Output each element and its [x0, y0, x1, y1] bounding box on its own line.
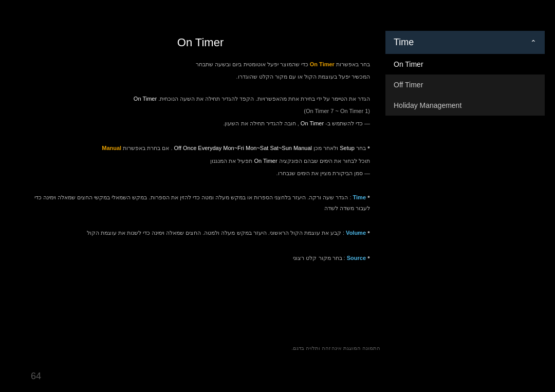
mark-text: סמן הביקורת מציין את הימים שנבחרו.	[276, 170, 363, 176]
source-text: : בחר מקור קלט רצוני	[293, 255, 345, 261]
on-timer-ref-3: On Timer	[301, 120, 324, 126]
main-content: On Timer בחר באפשרות On Timer כדי שהמוצר…	[31, 31, 370, 361]
intro-line: בחר באפשרות On Timer כדי שהמוצר יפעל אוט…	[31, 60, 370, 70]
time-bullet-line: • Time : הגדר שעה ורקה. היעזר בלחצני הספ…	[31, 191, 370, 214]
bullet-4: •	[367, 253, 370, 262]
setup-text-2: ולאחר מכן	[312, 145, 338, 151]
off-timer-label: Off Timer	[394, 81, 423, 89]
config-text: הגדר את הטיימר על ידי בחירת אחת מהאפשרוי…	[157, 96, 370, 102]
source-bullet-line: • Source : בחר מקור קלט רצוני	[31, 251, 370, 264]
on-timer-ref-1: On Timer	[310, 61, 335, 67]
intro-text: בחר באפשרות	[335, 61, 370, 67]
bullet-2: •	[367, 193, 370, 201]
on-timer-config-line: הגדר את הטיימר על ידי בחירת אחת מהאפשרוי…	[31, 94, 370, 104]
mark-line: — סמן הביקורת מציין את הימים שנבחרו.	[31, 169, 370, 179]
screen: On Timer בחר באפשרות On Timer כדי שהמוצר…	[0, 0, 555, 392]
page-number: 64	[31, 371, 41, 382]
on-timer-range-line: (On Timer 7 ~ On Timer 1)	[31, 106, 370, 117]
setup-text-3: . אם בחרת באפשרות	[121, 145, 172, 151]
sidebar-header: Time ⌃	[385, 31, 545, 54]
usage-text-2: , חובה להגדיר תחילה את השעון.	[223, 120, 299, 126]
bullet-1: •	[367, 143, 370, 152]
source-ref: Source	[347, 255, 366, 261]
line2: המכשיר יפעל בעוצמת הקול או עם מקור הקלט …	[31, 72, 370, 82]
volume-text: : קבע את עוצמת הקול הראשוני. היעזר במקש …	[87, 230, 344, 236]
setup-ref: Setup	[340, 145, 355, 151]
manual-ref: Manual	[102, 145, 121, 151]
holiday-management-label: Holiday Management	[394, 101, 461, 109]
sidebar-item-on-timer[interactable]: On Timer	[385, 54, 545, 74]
setup-text: בחר	[355, 145, 366, 151]
usage-line: — כדי להשתמש ב- On Timer , חובה להגדיר ת…	[31, 119, 370, 129]
on-timer-label: On Timer	[394, 60, 423, 68]
dash-1: —	[363, 120, 370, 126]
on-timer-ref-4: On Timer	[254, 158, 277, 164]
on-timer-ref-2: On Timer	[134, 96, 157, 102]
sidebar-title: Time	[394, 37, 414, 48]
volume-bullet-line: • Volume : קבע את עוצמת הקול הראשוני. הי…	[31, 226, 370, 239]
time-text: : הגדר שעה ורקה. היעזר בלחצני הספרות או …	[34, 194, 370, 211]
page-title: On Timer	[31, 36, 370, 49]
setup-options: Off Once Everyday Mon~Fri Mon~Sat Sat~Su…	[174, 145, 312, 151]
bullet-3: •	[367, 228, 370, 236]
select-days-text: תוכל לבחור את הימים שבהם הפונקציה	[278, 158, 370, 164]
sidebar-items-list: On Timer Off Timer Holiday Management	[385, 54, 545, 116]
setup-line: • בחר Setup ולאחר מכן Off Once Everyday …	[31, 141, 370, 154]
range-text: (On Timer 7 ~ On Timer 1)	[304, 108, 370, 114]
dash-2: —	[363, 170, 370, 176]
time-ref: Time	[353, 194, 366, 200]
sidebar-item-holiday-management[interactable]: Holiday Management	[385, 95, 545, 116]
intro-text-2: כדי שהמוצר יפעל אוטומטית ביום ובשעה שתבח…	[196, 61, 308, 67]
sidebar-panel: Time ⌃ On Timer Off Timer Holiday Manage…	[385, 31, 545, 116]
bottom-note: התמונה המוצגת אינה זהה ותלויה בדגם.	[291, 345, 380, 351]
volume-ref: Volume	[346, 230, 366, 236]
select-days-text-2: תפעיל את המנגנון	[210, 158, 252, 164]
chevron-up-icon[interactable]: ⌃	[530, 39, 536, 47]
select-days-line: תוכל לבחור את הימים שבהם הפונקציה On Tim…	[31, 156, 370, 166]
content-body: בחר באפשרות On Timer כדי שהמוצר יפעל אוט…	[31, 60, 370, 264]
usage-text: כדי להשתמש ב-	[325, 120, 363, 126]
sidebar-item-off-timer[interactable]: Off Timer	[385, 74, 545, 95]
